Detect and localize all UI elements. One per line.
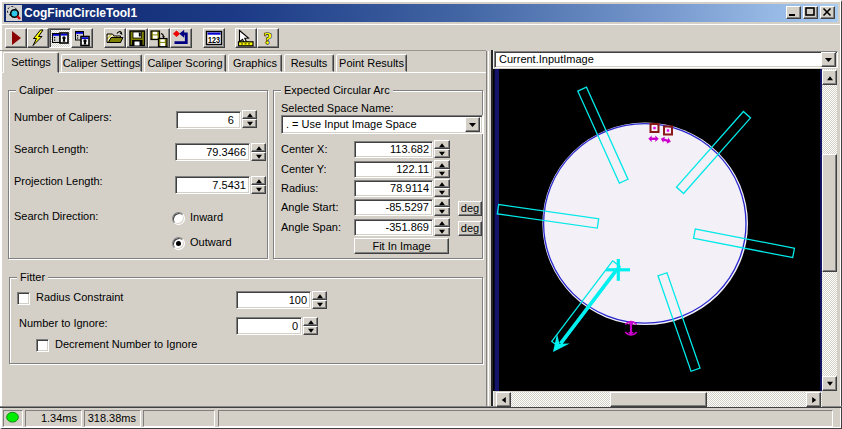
svg-text:123: 123: [208, 35, 220, 45]
svg-text:?: ?: [264, 29, 273, 47]
